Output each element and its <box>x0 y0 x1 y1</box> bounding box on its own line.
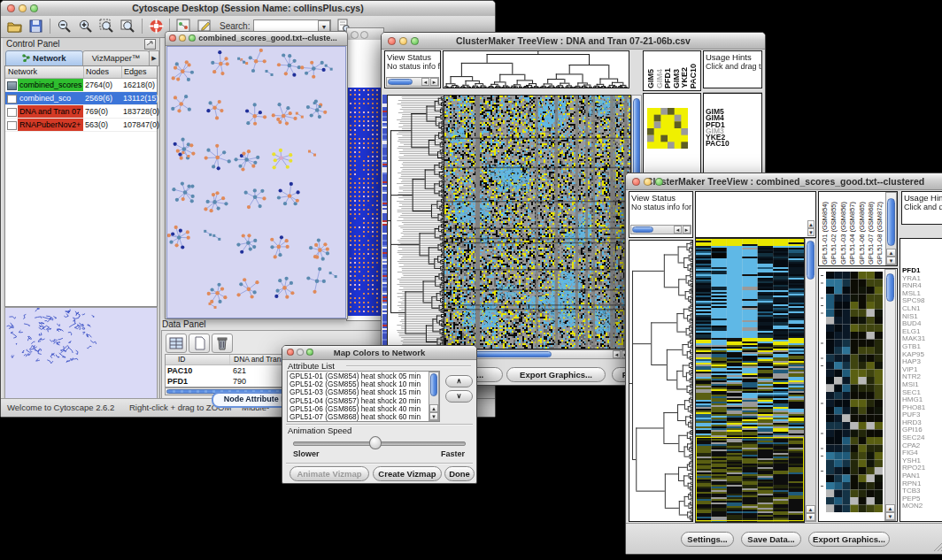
settings-button[interactable]: Settings... <box>681 532 734 547</box>
minimize-icon[interactable] <box>360 31 368 39</box>
data-row-id[interactable]: PAC10 <box>167 365 192 376</box>
attribute-list-item[interactable]: GPL51-01 (GSM854) heat shock 05 min <box>290 372 428 380</box>
network-table-row[interactable]: DNA and Tran 07769(0)183728(0) <box>5 105 157 119</box>
column-header-network[interactable]: Network <box>8 66 81 78</box>
matrix-column-label: GIM5 <box>646 69 655 88</box>
close-icon[interactable] <box>7 4 15 12</box>
table-mode-icon[interactable] <box>166 334 187 353</box>
scrollbar-thumb[interactable] <box>886 273 894 302</box>
tab-vizmapper[interactable]: VizMapper™ <box>82 50 150 66</box>
export-graphics-button[interactable]: Export Graphics... <box>506 367 606 382</box>
attribute-list-item[interactable]: GPL51-06 (GSM865) heat shock 40 min <box>290 405 428 413</box>
data-row-value[interactable]: 790 <box>233 376 246 387</box>
close-icon[interactable] <box>351 31 359 39</box>
tab-network[interactable]: Network <box>5 50 83 66</box>
condition-column-label: GPL51-02 (GSM855) <box>830 202 838 265</box>
window-treeview-combined[interactable]: ClusterMaker TreeView : combined_scores_… <box>625 173 942 555</box>
close-icon[interactable] <box>388 37 396 45</box>
zoom-heatmap-canvas[interactable] <box>826 272 883 512</box>
zoom-window-icon[interactable] <box>306 349 313 356</box>
data-row-value[interactable]: 621 <box>233 365 246 376</box>
tab-overflow-arrow[interactable]: ▶ <box>149 50 159 66</box>
slider-thumb[interactable] <box>369 436 382 449</box>
attribute-list-vscrollbar[interactable]: ▲▼ <box>429 372 439 421</box>
create-vizmap-button[interactable]: Create Vizmap <box>373 466 442 481</box>
dialog-titlebar[interactable]: Map Colors to Network <box>282 346 476 360</box>
attribute-list-item[interactable]: GPL51-04 (GSM857) heat shock 20 min <box>290 397 428 405</box>
network-table-row[interactable]: RNAPuberNov2+563(0)107847(0) <box>5 119 157 132</box>
column-tree-panel[interactable]: ▲▼ <box>695 191 816 238</box>
row-dendrogram-canvas[interactable] <box>387 95 444 349</box>
view-status-hscrollbar[interactable]: ◄► <box>386 77 439 87</box>
zoom-window-icon[interactable] <box>655 178 663 186</box>
minimize-icon[interactable] <box>19 4 27 12</box>
attribute-list-item[interactable]: GPL51-03 (GSM856) heat shock 15 min <box>290 388 428 396</box>
column-labels-vscrollbar[interactable]: ▲▼ <box>885 192 897 265</box>
window-network-view[interactable]: combined_scores_good.txt--cluste... <box>165 31 348 319</box>
column-dendrogram-canvas[interactable] <box>444 51 628 88</box>
dialog-map-colors[interactable]: Map Colors to Network Attribute List GPL… <box>282 345 477 484</box>
treeview2-titlebar[interactable]: ClusterMaker TreeView : combined_scores_… <box>626 173 942 190</box>
network-table-row[interactable]: combined_scores2764(0)16218(0) <box>5 79 157 92</box>
heatmap-vscrollbar[interactable]: ▲▼ <box>805 238 816 522</box>
zoom-selected-icon[interactable] <box>98 18 115 35</box>
column-header-edges[interactable]: Edges <box>121 66 159 78</box>
new-attribute-icon[interactable] <box>189 334 210 353</box>
float-panel-icon[interactable] <box>144 39 156 50</box>
correlation-matrix-canvas[interactable] <box>647 108 688 149</box>
treeview1-titlebar[interactable]: ClusterMaker TreeView : DNA and Tran 07-… <box>382 33 765 50</box>
save-icon[interactable] <box>27 18 44 35</box>
close-icon[interactable] <box>169 35 176 42</box>
minimize-icon[interactable] <box>179 35 186 42</box>
gene-list-panel[interactable]: PFD1YRA1RNR4MSL1SPC98CLN1NIS1BUD4ELG1MAK… <box>900 238 942 522</box>
export-graphics-button[interactable]: Export Graphics... <box>808 532 890 547</box>
window-network-view-inactive[interactable] <box>346 27 384 321</box>
close-icon[interactable] <box>632 178 640 186</box>
minimize-icon[interactable] <box>399 37 407 45</box>
network-view-titlebar[interactable]: combined_scores_good.txt--cluste... <box>166 32 347 46</box>
attribute-list[interactable]: GPL51-01 (GSM854) heat shock 05 minGPL51… <box>287 371 440 422</box>
move-up-button[interactable]: ∧ <box>445 375 473 387</box>
scrollbar-thumb[interactable] <box>430 373 437 396</box>
data-row-id[interactable]: PFD1 <box>167 376 188 387</box>
data-column-id[interactable]: ID <box>178 355 222 364</box>
zoom-window-icon[interactable] <box>411 37 419 45</box>
help-lifebuoy-icon[interactable] <box>148 18 165 35</box>
column-dendrogram-panel[interactable] <box>443 50 629 88</box>
move-down-button[interactable]: ∨ <box>445 390 473 403</box>
row-dendrogram-panel[interactable] <box>629 240 693 522</box>
close-icon[interactable] <box>287 349 294 356</box>
attribute-list-item[interactable]: GPL51-02 (GSM855) heat shock 10 min <box>290 380 428 388</box>
scrollbar-thumb[interactable] <box>388 79 413 85</box>
heatmap-canvas[interactable] <box>695 238 805 523</box>
cytoscape-titlebar[interactable]: Cytoscape Desktop (Session Name: collins… <box>1 1 495 17</box>
heatmap-canvas[interactable] <box>444 95 631 349</box>
usage-hints-text: Click and drag to <box>706 62 761 71</box>
save-data-button[interactable]: Save Data... <box>741 532 801 547</box>
network-table-row[interactable]: combined_sco2569(6)13112(15) <box>5 92 157 105</box>
zoom-fit-icon[interactable] <box>120 18 136 35</box>
scrollbar-thumb[interactable] <box>632 226 653 233</box>
scrollbar-thumb[interactable] <box>887 198 895 246</box>
zoom-in-icon[interactable] <box>77 18 94 35</box>
attribute-list-item[interactable]: GPL51-07 (GSM868) heat shock 60 min <box>290 413 428 421</box>
minimize-icon[interactable] <box>644 178 652 186</box>
zoom-window-icon[interactable] <box>30 4 38 12</box>
zoom-out-icon[interactable] <box>56 18 73 35</box>
network-canvas[interactable] <box>166 46 346 318</box>
view-status-hscrollbar[interactable]: ◄► <box>630 225 691 234</box>
row-dendrogram-canvas[interactable] <box>629 241 692 521</box>
scrollbar-thumb[interactable] <box>807 241 815 280</box>
resize-grip[interactable] <box>932 541 942 552</box>
done-button[interactable]: Done <box>444 466 475 481</box>
create-vizmap-label: Create Vizmap <box>378 469 436 479</box>
delete-attribute-icon[interactable] <box>212 334 233 353</box>
animate-vizmap-button: Animate Vizmap <box>290 466 369 481</box>
zoom-vscrollbar[interactable]: ▲▼ <box>884 269 896 521</box>
zoom-window-icon[interactable] <box>189 35 196 42</box>
dense-network-canvas[interactable] <box>348 88 381 318</box>
network-overview-canvas[interactable] <box>4 307 158 401</box>
column-header-nodes[interactable]: Nodes <box>83 66 121 78</box>
open-folder-icon[interactable] <box>6 18 23 35</box>
gene-label[interactable]: MON2 <box>902 502 925 510</box>
